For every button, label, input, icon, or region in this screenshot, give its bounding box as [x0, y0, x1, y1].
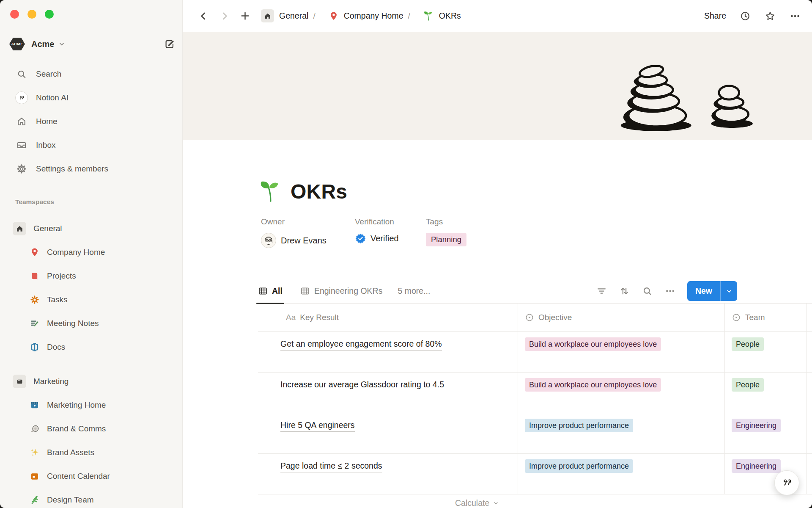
share-button[interactable]: Share — [704, 11, 726, 21]
key-result-cell[interactable]: Page load time ≤ 2 seconds — [258, 454, 518, 494]
notion-ai-face-icon — [15, 91, 28, 104]
herb-icon — [29, 495, 40, 505]
breadcrumb-separator: / — [408, 11, 410, 21]
sidebar-item-tasks[interactable]: Tasks — [4, 288, 178, 312]
workspace-name: Acme — [31, 39, 54, 49]
owner-property-value[interactable]: Drew Evans — [261, 233, 355, 248]
column-header-objective[interactable]: Objective — [518, 304, 725, 331]
table-row: Increase our average Glassdoor rating to… — [258, 373, 812, 413]
calculate-dropdown[interactable]: Calculate — [455, 498, 499, 508]
key-result-cell[interactable]: Increase our average Glassdoor rating to… — [258, 373, 518, 413]
verification-property-label: Verification — [355, 217, 426, 226]
key-result-cell[interactable]: Get an employee engagement score of 80% — [258, 332, 518, 372]
sidebar-item-projects[interactable]: Projects — [4, 264, 178, 288]
sidebar: ACME Acme Search — [0, 0, 183, 508]
general-teamspace-icon — [13, 222, 26, 235]
back-arrow-icon[interactable] — [198, 11, 209, 22]
topbar: General / Company Home / OKRs Share — [183, 0, 812, 32]
objective-tag: Build a workplace our employees love — [525, 337, 661, 351]
sidebar-item-general[interactable]: General — [4, 217, 178, 240]
team-tag: Engineering — [732, 419, 781, 432]
marketing-teamspace-icon — [13, 375, 26, 388]
seedling-icon — [423, 11, 434, 21]
breadcrumb-general-icon[interactable] — [261, 9, 274, 22]
sidebar-item-meeting-notes[interactable]: Meeting Notes — [4, 312, 178, 335]
team-cell[interactable]: People — [725, 332, 807, 372]
table-view-icon — [300, 286, 310, 296]
objective-cell[interactable]: Build a workplace our employees love — [518, 373, 725, 413]
table-row: Hire 5 QA engineers Improve product perf… — [258, 413, 812, 454]
objective-tag: Improve product performance — [525, 459, 633, 473]
breadcrumb-item-general[interactable]: General — [279, 11, 308, 21]
star-favorite-icon[interactable] — [764, 10, 776, 22]
minimize-window-button[interactable] — [27, 10, 36, 19]
team-cell[interactable]: People — [725, 373, 807, 413]
column-header-team[interactable]: Team — [725, 304, 807, 331]
sidebar-item-design-team[interactable]: Design Team — [4, 488, 178, 508]
map-pin-icon — [29, 247, 40, 257]
map-pin-icon — [329, 11, 339, 21]
new-record-button[interactable]: New — [687, 281, 737, 301]
avatar — [261, 233, 276, 248]
sidebar-item-docs[interactable]: Docs — [4, 335, 178, 359]
team-cell[interactable]: Engineering — [725, 413, 807, 453]
select-property-icon — [525, 313, 534, 322]
table-row: Get an employee engagement score of 80% … — [258, 332, 812, 373]
objective-cell[interactable]: Improve product performance — [518, 413, 725, 453]
teamspace-general-group: General Company Home Projects Tasks — [4, 217, 178, 359]
column-header-key-result[interactable]: Aa Key Result — [258, 304, 518, 331]
objective-cell[interactable]: Build a workplace our employees love — [518, 332, 725, 372]
tab-engineering-okrs[interactable]: Engineering OKRs — [300, 279, 383, 303]
sort-icon[interactable] — [619, 285, 630, 297]
workspace-switcher[interactable]: ACME Acme — [9, 38, 66, 50]
docs-transclusion-icon — [29, 342, 40, 352]
notion-ai-floating-button[interactable] — [774, 470, 799, 495]
owner-property-label: Owner — [261, 217, 355, 226]
sidebar-item-search[interactable]: Search — [4, 62, 178, 86]
objective-cell[interactable]: Improve product performance — [518, 454, 725, 494]
sidebar-item-inbox[interactable]: Inbox — [4, 133, 178, 157]
select-property-icon — [732, 313, 741, 322]
breadcrumb-separator: / — [313, 11, 315, 21]
new-page-compose-icon[interactable] — [164, 38, 176, 50]
team-tag: People — [732, 378, 764, 392]
sidebar-item-content-calendar[interactable]: Content Calendar — [4, 464, 178, 488]
verification-property-value[interactable]: Verified — [355, 233, 426, 244]
breadcrumb-item-company-home[interactable]: Company Home — [344, 11, 403, 21]
search-icon[interactable] — [642, 285, 653, 297]
sidebar-nav: Search Notion AI — [4, 62, 178, 181]
filter-icon[interactable] — [596, 285, 607, 297]
search-icon — [15, 69, 28, 80]
clock-history-icon[interactable] — [739, 10, 751, 22]
notes-pencil-icon — [29, 318, 40, 329]
table-header-row: Aa Key Result Objective Team — [258, 304, 812, 332]
tab-all[interactable]: All — [258, 279, 283, 303]
tab-more-views[interactable]: 5 more... — [398, 279, 430, 303]
sidebar-item-marketing[interactable]: Marketing — [4, 370, 178, 393]
zoom-window-button[interactable] — [45, 10, 54, 19]
shell-icon — [29, 424, 40, 434]
sidebar-item-home[interactable]: Home — [4, 110, 178, 133]
sidebar-item-brand-assets[interactable]: Brand Assets — [4, 441, 178, 464]
page-icon-seedling[interactable] — [259, 179, 283, 203]
objective-tag: Build a workplace our employees love — [525, 378, 661, 392]
team-tag: People — [732, 337, 764, 351]
sidebar-item-notion-ai[interactable]: Notion AI — [4, 86, 178, 110]
sidebar-item-marketing-home[interactable]: Marketing Home — [4, 393, 178, 417]
close-window-button[interactable] — [10, 10, 19, 19]
new-button-dropdown-caret[interactable] — [720, 281, 737, 301]
forward-arrow-icon[interactable] — [219, 11, 230, 22]
sidebar-item-company-home[interactable]: Company Home — [4, 240, 178, 264]
team-tag: Engineering — [732, 459, 781, 473]
sidebar-item-settings[interactable]: Settings & members — [4, 157, 178, 181]
table-view-icon — [258, 286, 268, 296]
breadcrumb-item-okrs[interactable]: OKRs — [439, 11, 461, 21]
more-options-icon[interactable] — [789, 10, 801, 22]
add-page-icon[interactable] — [239, 10, 251, 22]
tags-property-value[interactable]: Planning — [426, 233, 466, 246]
main-area: General / Company Home / OKRs Share — [183, 0, 812, 508]
page-title: OKRs — [291, 180, 347, 203]
key-result-cell[interactable]: Hire 5 QA engineers — [258, 413, 518, 453]
more-options-icon[interactable] — [664, 285, 676, 297]
sidebar-item-brand-comms[interactable]: Brand & Comms — [4, 417, 178, 441]
